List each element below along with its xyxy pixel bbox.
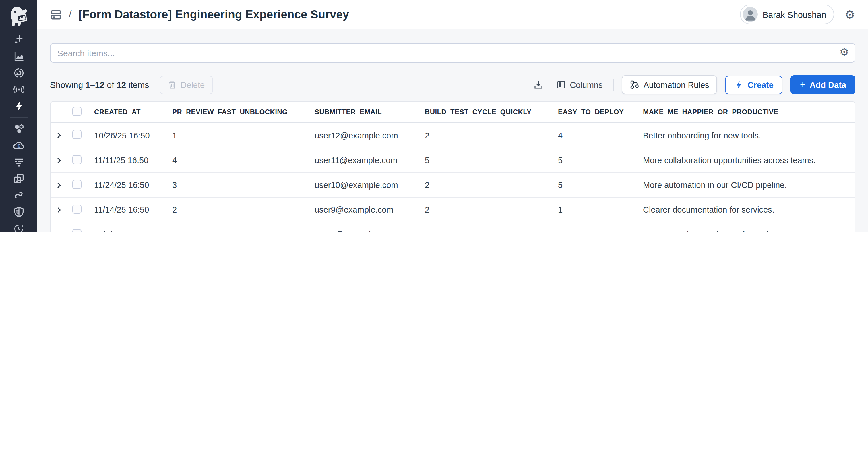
user-menu[interactable]: Barak Shoushan	[740, 5, 834, 24]
cell-submitter-email: user7@example.com	[315, 230, 425, 231]
chevron-right-icon[interactable]	[55, 231, 62, 231]
create-label: Create	[748, 80, 774, 89]
cell-submitter-email: user9@example.com	[315, 205, 425, 214]
table-row: 10/26/25 16:50 1 user12@example.com 2 4 …	[51, 123, 855, 148]
datadog-logo[interactable]	[0, 0, 37, 33]
cell-make-me-happier: More collaboration opportunities across …	[643, 156, 855, 165]
cell-created-at: 11/11/25 16:50	[94, 156, 172, 165]
cell-pr-review: 2	[172, 205, 315, 214]
trash-icon	[167, 80, 177, 89]
row-expand-cell	[51, 231, 72, 231]
column-header-make-me-happier[interactable]: MAKE_ME_HAPPIER_OR_PRODUCTIVE	[643, 108, 855, 116]
cell-submitter-email: user12@example.com	[315, 131, 425, 140]
nav-apps-icon[interactable]	[8, 173, 29, 184]
cell-submitter-email: user11@example.com	[315, 156, 425, 165]
search-input[interactable]	[50, 43, 856, 63]
row-expand-cell	[51, 206, 72, 213]
add-data-label: Add Data	[810, 80, 846, 89]
user-name: Barak Shoushan	[763, 9, 826, 19]
sidebar-nav: $	[8, 33, 29, 231]
cell-make-me-happier: Better onboarding for new tools.	[643, 131, 855, 140]
row-expand-cell	[51, 156, 72, 164]
nav-sparkles-icon[interactable]	[8, 34, 29, 46]
chevron-right-icon[interactable]	[55, 181, 62, 189]
toolbar: Showing 1–12 of 12 items Delete Columns	[50, 75, 856, 94]
select-all-checkbox[interactable]	[72, 107, 82, 116]
row-checkbox[interactable]	[72, 155, 82, 164]
chevron-right-icon[interactable]	[55, 132, 62, 139]
row-expand-cell	[51, 132, 72, 139]
table-row: 11/11/25 16:50 4 user11@example.com 5 5 …	[51, 148, 855, 172]
row-checkbox[interactable]	[72, 204, 82, 213]
nav-pipelines-icon[interactable]	[8, 190, 29, 201]
toolbar-right: Columns Automation Rules Create + Add Da…	[531, 75, 856, 94]
workflow-icon	[630, 80, 640, 90]
chevron-right-icon[interactable]	[55, 206, 62, 213]
download-button[interactable]	[531, 76, 546, 93]
column-header-pr-review[interactable]: PR_REVIEW_FAST_UNBLOCKING	[172, 108, 315, 116]
row-expand-cell	[51, 181, 72, 189]
cell-build-test: 2	[425, 180, 558, 190]
topbar-right: Barak Shoushan ⚙	[740, 5, 856, 24]
search-bar: ⚙	[50, 43, 856, 63]
cell-easy-to-deploy: 4	[558, 131, 643, 140]
columns-icon	[556, 80, 566, 90]
column-header-build-test[interactable]: BUILD_TEST_CYCLE_QUICKLY	[425, 108, 558, 116]
content: ⚙ Showing 1–12 of 12 items Delete Column…	[37, 29, 868, 231]
results-count: Showing 1–12 of 12 items	[50, 80, 149, 90]
add-data-button[interactable]: + Add Data	[791, 75, 856, 94]
chevron-right-icon[interactable]	[55, 156, 62, 164]
cell-created-at: 11/14/25 16:50	[94, 205, 172, 214]
table-row: 11/24/25 16:50 3 user10@example.com 2 5 …	[51, 172, 855, 197]
datastore-icon[interactable]	[50, 8, 62, 20]
settings-gear-icon[interactable]: ⚙	[844, 8, 856, 20]
cell-make-me-happier: Clearer documentation for services.	[643, 205, 855, 214]
cell-easy-to-deploy: 1	[558, 205, 643, 214]
cell-easy-to-deploy: 5	[558, 156, 643, 165]
nav-metrics-icon[interactable]	[8, 51, 29, 62]
table-body: 10/26/25 16:50 1 user12@example.com 2 4 …	[51, 123, 855, 231]
table-row: 11/1/25 16:50 1 user7@example.com 2 3 Fe…	[51, 222, 855, 231]
sidebar-divider	[10, 117, 27, 118]
column-header-created-at[interactable]: CREATED_AT	[94, 108, 172, 116]
cell-build-test: 2	[425, 230, 558, 231]
row-checkbox[interactable]	[72, 130, 82, 139]
page-title: [Form Datastore] Engineering Experience …	[79, 8, 349, 21]
cell-build-test: 2	[425, 131, 558, 140]
row-checkbox[interactable]	[72, 179, 82, 189]
toolbar-separator	[613, 79, 614, 91]
nav-cloud-cost-icon[interactable]: $	[8, 140, 29, 151]
left-nav-sidebar: $	[0, 0, 37, 231]
nav-signal-icon[interactable]	[8, 84, 29, 95]
breadcrumb-separator: /	[69, 9, 71, 20]
search-settings-gear-icon[interactable]: ⚙	[839, 47, 849, 57]
cell-make-me-happier: Fewer meetings and more focus time.	[643, 230, 855, 231]
automation-rules-button[interactable]: Automation Rules	[622, 75, 717, 94]
column-header-easy-to-deploy[interactable]: EASY_TO_DEPLOY	[558, 108, 643, 116]
top-header: / [Form Datastore] Engineering Experienc…	[37, 0, 868, 29]
cell-pr-review: 4	[172, 156, 315, 165]
row-checkbox[interactable]	[72, 229, 82, 231]
cell-easy-to-deploy: 5	[558, 180, 643, 190]
items-table: CREATED_AT PR_REVIEW_FAST_UNBLOCKING SUB…	[50, 101, 856, 231]
nav-clock-sparkle-icon[interactable]	[8, 223, 29, 231]
app: $	[0, 0, 868, 231]
cell-pr-review: 3	[172, 180, 315, 190]
nav-logs-icon[interactable]	[8, 156, 29, 168]
cell-submitter-email: user10@example.com	[315, 180, 425, 190]
user-avatar	[743, 7, 758, 22]
nav-hexagons-icon[interactable]	[8, 123, 29, 135]
cell-created-at: 11/1/25 16:50	[94, 230, 172, 231]
row-checkbox-cell	[72, 130, 94, 141]
nav-radar-icon[interactable]	[8, 67, 29, 79]
cell-pr-review: 1	[172, 131, 315, 140]
column-header-submitter-email[interactable]: SUBMITTER_EMAIL	[315, 108, 425, 116]
nav-security-shield-icon[interactable]	[8, 206, 29, 218]
nav-lightning-icon[interactable]	[8, 100, 29, 112]
create-button[interactable]: Create	[725, 76, 783, 94]
delete-button[interactable]: Delete	[159, 76, 213, 94]
download-icon	[533, 80, 544, 90]
row-checkbox-cell	[72, 179, 94, 191]
columns-button[interactable]: Columns	[554, 77, 605, 93]
cell-created-at: 10/26/25 16:50	[94, 131, 172, 140]
